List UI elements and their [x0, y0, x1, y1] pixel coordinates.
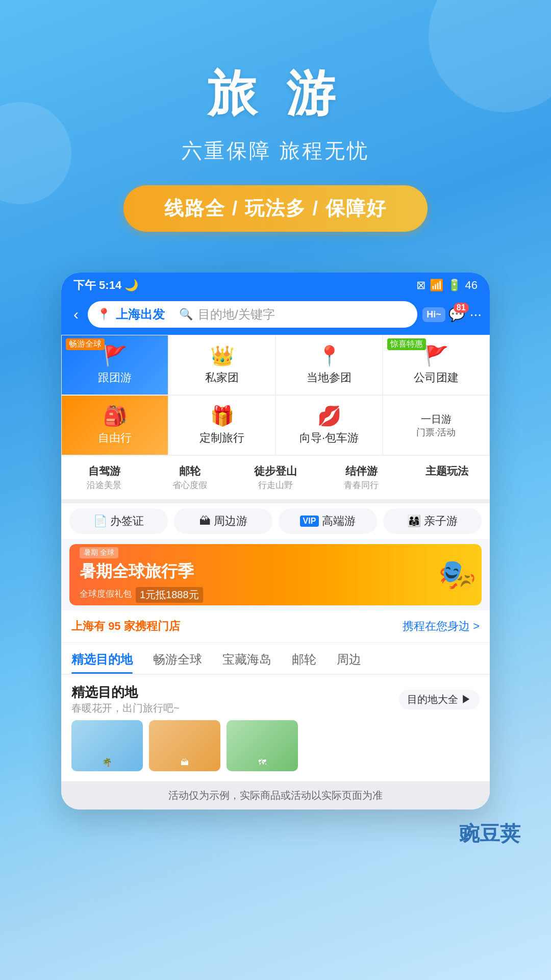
visa-icon: 📄	[93, 514, 107, 528]
service-hiking[interactable]: 徒步登山 行走山野	[233, 460, 318, 495]
tag-nearby[interactable]: 🏔 周边游	[174, 508, 272, 534]
group-tour-label: 跟团游	[98, 370, 132, 385]
featured-tag: 畅游全球	[66, 338, 105, 350]
app-header: ‹ 📍 上海出发 🔍 目的地/关键字 Hi~ 💬 81 ···	[61, 296, 490, 335]
store-suffix: 家携程门店	[124, 620, 180, 632]
destination-card-2[interactable]: 🏔	[149, 720, 220, 771]
banner-section[interactable]: 暑期 全球 暑期全球旅行季 全球度假礼包 1元抵1888元 🎭	[69, 544, 482, 605]
self-drive-sub: 沿途美景	[87, 479, 121, 491]
message-count-badge: 81	[454, 303, 469, 313]
service-private-tour[interactable]: 👑 私家团	[168, 335, 276, 395]
companion-sub: 青春同行	[344, 479, 379, 491]
status-icons: ⊠ 📶 🔋 46	[416, 279, 478, 292]
status-bar: 下午 5:14 🌙 ⊠ 📶 🔋 46	[61, 273, 490, 296]
tab-island[interactable]: 宝藏海岛	[222, 643, 271, 674]
store-info: 上海有 95 家携程门店 携程在您身边 >	[61, 610, 490, 642]
destination-placeholder[interactable]: 目的地/关键字	[198, 306, 275, 323]
departure-city[interactable]: 上海出发	[116, 306, 165, 323]
service-group-tour[interactable]: 畅游全球 🚩 跟团游	[61, 335, 168, 395]
hero-badge[interactable]: 线路全 / 玩法多 / 保障好	[123, 185, 427, 232]
group-tour-icon: 🚩	[103, 345, 127, 367]
search-bar[interactable]: 📍 上海出发 🔍 目的地/关键字	[88, 301, 417, 328]
back-button[interactable]: ‹	[69, 304, 83, 325]
service-guide-car[interactable]: 💋 向导·包车游	[276, 395, 383, 455]
service-custom-travel[interactable]: 🎁 定制旅行	[168, 395, 276, 455]
corporate-tour-icon: 🚩	[424, 345, 448, 367]
service-day-tour[interactable]: 一日游 门票·活动	[383, 395, 490, 455]
message-button[interactable]: Hi~ 💬 81	[422, 307, 465, 323]
app-content: 畅游全球 🚩 跟团游 👑 私家团 📍 当地参团 惊喜特惠 🚩 公司团建 🎒	[61, 335, 490, 810]
watermark: 豌豆荚	[459, 822, 520, 845]
tab-nearby[interactable]: 周边	[337, 643, 361, 674]
destination-card-3[interactable]: 🗺	[227, 720, 298, 771]
services-grid-row1: 畅游全球 🚩 跟团游 👑 私家团 📍 当地参团 惊喜特惠 🚩 公司团建	[61, 335, 490, 395]
luxury-icon: VIP	[300, 516, 319, 527]
more-options-button[interactable]: ···	[470, 306, 482, 323]
custom-travel-label: 定制旅行	[199, 430, 244, 446]
services-row3: 自驾游 沿途美景 邮轮 省心度假 徒步登山 行走山野 结伴游 青春同行 主题玩法	[61, 455, 490, 499]
tab-global-travel[interactable]: 畅游全球	[153, 643, 202, 674]
destination-section-subtitle: 春暖花开，出门旅行吧~	[71, 701, 180, 715]
tab-featured-destinations[interactable]: 精选目的地	[71, 643, 133, 674]
services-grid-row2: 🎒 自由行 🎁 定制旅行 💋 向导·包车游 一日游 门票·活动	[61, 395, 490, 455]
corporate-tour-label: 公司团建	[414, 370, 459, 385]
luxury-label: 高端游	[322, 513, 356, 529]
guide-car-icon: 💋	[317, 405, 341, 427]
destination-section-title: 精选目的地	[71, 683, 180, 701]
wifi-icon: 📶	[430, 279, 443, 292]
service-cruise[interactable]: 邮轮 省心度假	[147, 460, 233, 495]
tab-cruise[interactable]: 邮轮	[292, 643, 316, 674]
free-travel-label: 自由行	[98, 430, 132, 446]
service-self-drive[interactable]: 自驾游 沿途美景	[61, 460, 147, 495]
service-corporate-tour[interactable]: 惊喜特惠 🚩 公司团建	[383, 335, 490, 395]
theme-label: 主题玩法	[425, 464, 468, 478]
visa-label: 办签证	[110, 513, 144, 529]
private-tour-label: 私家团	[205, 370, 239, 385]
day-tour-label: 一日游	[421, 412, 452, 426]
banner-tag: 暑期 全球	[80, 547, 118, 558]
guide-car-label: 向导·包车游	[299, 430, 359, 446]
store-link[interactable]: 携程在您身边 >	[403, 619, 480, 634]
destination-title-block: 精选目的地 春暖花开，出门旅行吧~	[71, 683, 180, 715]
destination-header: 精选目的地 春暖花开，出门旅行吧~ 目的地大全 ▶	[71, 683, 480, 715]
family-label: 亲子游	[424, 513, 458, 529]
battery-level: 46	[465, 279, 478, 292]
store-count: 95	[108, 620, 120, 632]
services-row4: 📄 办签证 🏔 周边游 VIP 高端游 👨‍👩‍👧 亲子游	[61, 499, 490, 539]
hiking-sub: 行走山野	[258, 479, 293, 491]
family-icon: 👨‍👩‍👧	[407, 514, 421, 528]
local-tour-icon: 📍	[317, 345, 341, 367]
destination-card-1[interactable]: 🌴	[71, 720, 143, 771]
tag-luxury[interactable]: VIP 高端游	[279, 508, 377, 534]
tag-visa[interactable]: 📄 办签证	[69, 508, 168, 534]
content-tabs: 精选目的地 畅游全球 宝藏海岛 邮轮 周边	[61, 643, 490, 674]
store-text: 上海有 95 家携程门店	[71, 619, 180, 634]
nearby-icon: 🏔	[199, 514, 211, 528]
phone-mockup: 下午 5:14 🌙 ⊠ 📶 🔋 46 ‹ 📍 上海出发 🔍 目的地/关键字 Hi…	[61, 273, 490, 810]
banner-subtitle: 全球度假礼包	[80, 588, 132, 600]
screen-record-icon: ⊠	[416, 279, 425, 292]
hero-title: 旅 游	[0, 61, 551, 128]
service-free-travel[interactable]: 🎒 自由行	[61, 395, 168, 455]
promotional-banner[interactable]: 暑期 全球 暑期全球旅行季 全球度假礼包 1元抵1888元 🎭	[69, 544, 482, 605]
ticket-activity-label: 门票·活动	[416, 426, 456, 438]
hero-section: 旅 游 六重保障 旅程无忧 线路全 / 玩法多 / 保障好	[0, 0, 551, 252]
companion-label: 结伴游	[345, 464, 378, 478]
location-pin-icon: 📍	[97, 308, 111, 321]
tag-family[interactable]: 👨‍👩‍👧 亲子游	[383, 508, 482, 534]
service-theme[interactable]: 主题玩法	[404, 460, 490, 495]
destination-section: 精选目的地 春暖花开，出门旅行吧~ 目的地大全 ▶ 🌴 🏔 🗺	[61, 675, 490, 781]
hiking-label: 徒步登山	[254, 464, 297, 478]
battery-icon: 🔋	[447, 279, 461, 292]
hi-badge: Hi~	[422, 307, 445, 322]
status-time: 下午 5:14 🌙	[73, 278, 138, 293]
free-travel-icon: 🎒	[103, 405, 127, 427]
service-companion[interactable]: 结伴游 青春同行	[318, 460, 404, 495]
destination-cards: 🌴 🏔 🗺	[71, 720, 480, 771]
service-local-tour[interactable]: 📍 当地参团	[276, 335, 383, 395]
custom-travel-icon: 🎁	[210, 405, 234, 427]
destination-more-button[interactable]: 目的地大全 ▶	[399, 690, 480, 709]
special-offer-tag: 惊喜特惠	[387, 338, 426, 350]
banner-decoration: 🎭	[339, 544, 482, 605]
self-drive-label: 自驾游	[88, 464, 120, 478]
